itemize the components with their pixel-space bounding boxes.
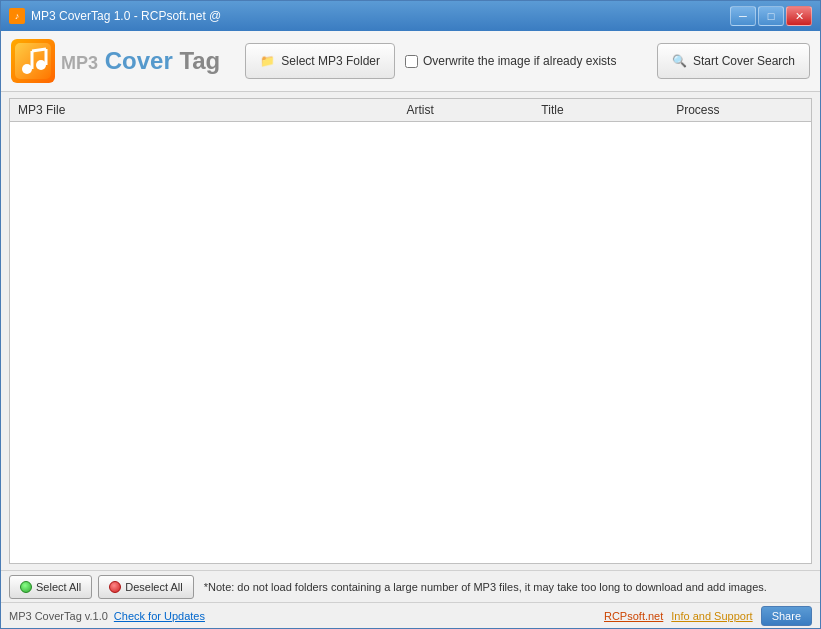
logo-mp3: MP3 [61, 53, 98, 73]
select-all-button[interactable]: Select All [9, 575, 92, 599]
info-support-link[interactable]: Info and Support [671, 610, 752, 622]
app-logo: MP3 Cover Tag [11, 39, 220, 83]
info-bar: MP3 CoverTag v.1.0 Check for Updates RCP… [1, 602, 820, 628]
logo-cover: Cover [105, 47, 173, 74]
main-content-area: MP3 File Artist Title Process [9, 98, 812, 564]
minimize-button[interactable]: ─ [730, 6, 756, 26]
window-title: MP3 CoverTag 1.0 - RCPsoft.net @ [31, 9, 730, 23]
version-text: MP3 CoverTag v.1.0 [9, 610, 108, 622]
svg-line-5 [32, 49, 46, 51]
column-header-artist: Artist [407, 103, 542, 117]
app-icon: ♪ [9, 8, 25, 24]
start-search-label: Start Cover Search [693, 54, 795, 68]
search-icon: 🔍 [672, 54, 687, 68]
window-controls: ─ □ ✕ [730, 6, 812, 26]
info-bar-right: RCPsoft.net Info and Support Share [604, 606, 812, 626]
logo-badge-bg [11, 39, 55, 83]
green-indicator [20, 581, 32, 593]
title-bar: ♪ MP3 CoverTag 1.0 - RCPsoft.net @ ─ □ ✕ [1, 1, 820, 31]
main-window: ♪ MP3 CoverTag 1.0 - RCPsoft.net @ ─ □ ✕ [0, 0, 821, 629]
toolbar: MP3 Cover Tag 📁 Select MP3 Folder Overwr… [1, 31, 820, 92]
overwrite-checkbox-label[interactable]: Overwrite the image if already exists [405, 54, 616, 68]
status-note: *Note: do not load folders containing a … [204, 581, 767, 593]
table-body [10, 122, 811, 563]
status-bar: Select All Deselect All *Note: do not lo… [1, 570, 820, 602]
select-folder-button[interactable]: 📁 Select MP3 Folder [245, 43, 395, 79]
column-header-mp3file: MP3 File [18, 103, 407, 117]
logo-badge [11, 39, 61, 83]
logo-svg [13, 41, 53, 81]
deselect-all-button[interactable]: Deselect All [98, 575, 193, 599]
column-header-process: Process [676, 103, 803, 117]
share-button[interactable]: Share [761, 606, 812, 626]
folder-icon: 📁 [260, 54, 275, 68]
logo-title: MP3 Cover Tag [61, 49, 220, 73]
table-header: MP3 File Artist Title Process [10, 99, 811, 122]
select-all-label: Select All [36, 581, 81, 593]
column-header-title: Title [541, 103, 676, 117]
logo-tag: Tag [179, 47, 220, 74]
select-folder-label: Select MP3 Folder [281, 54, 380, 68]
overwrite-checkbox[interactable] [405, 55, 418, 68]
close-button[interactable]: ✕ [786, 6, 812, 26]
maximize-button[interactable]: □ [758, 6, 784, 26]
overwrite-label: Overwrite the image if already exists [423, 54, 616, 68]
start-cover-search-button[interactable]: 🔍 Start Cover Search [657, 43, 810, 79]
deselect-all-label: Deselect All [125, 581, 182, 593]
red-indicator [109, 581, 121, 593]
rcpsoft-link[interactable]: RCPsoft.net [604, 610, 663, 622]
check-updates-link[interactable]: Check for Updates [114, 610, 205, 622]
